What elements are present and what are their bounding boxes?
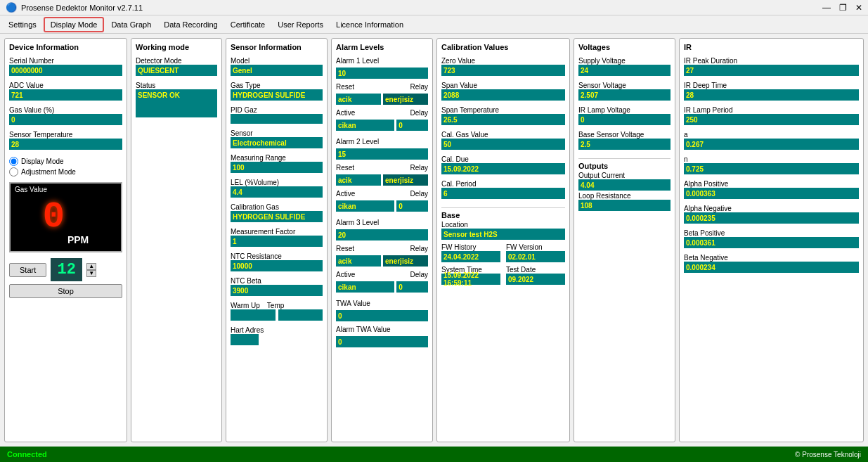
gas-type-value: HYDROGEN SULFIDE xyxy=(231,89,323,101)
cal-due-value: 15.09.2022 xyxy=(441,163,565,174)
alarm3-active-label: Active xyxy=(336,271,355,278)
sensor-temp-label: Sensor Temperature xyxy=(9,131,122,139)
model-label: Model xyxy=(231,57,323,65)
stop-button[interactable]: Stop xyxy=(9,284,122,298)
gas-value: 0 xyxy=(9,114,122,125)
span-value: 2088 xyxy=(441,89,565,101)
alarm2-label: Alarm 2 Level xyxy=(336,138,428,146)
menu-licence[interactable]: Licence Information xyxy=(330,17,409,32)
output-current-value: 4.04 xyxy=(578,179,671,191)
maximize-button[interactable]: ❐ xyxy=(839,3,847,13)
ir-lamp-period-label: IR Lamp Period xyxy=(684,106,859,114)
device-info-title: Device Information xyxy=(9,43,122,51)
menu-data-graph[interactable]: Data Graph xyxy=(105,17,157,32)
alarm2-relay-label: Relay xyxy=(410,164,428,172)
minimize-button[interactable]: — xyxy=(822,3,831,13)
supply-voltage-label: Supply Voltage xyxy=(578,57,671,65)
alarm1-label: Alarm 1 Level xyxy=(336,57,428,65)
ir-panel: IR IR Peak Duration 27 IR Deep Time 28 I… xyxy=(679,38,864,442)
alarm3-label: Alarm 3 Level xyxy=(336,219,428,226)
connected-status: Connected xyxy=(7,450,47,458)
device-info-panel: Device Information Serial Number 0000000… xyxy=(4,38,127,442)
alarm1-delay-value: 0 xyxy=(396,120,428,131)
ir-peak-label: IR Peak Duration xyxy=(684,57,859,65)
alpha-negative-value: 0.000235 xyxy=(684,212,859,224)
alarm1-value: 10 xyxy=(336,68,428,79)
title-bar: 🔵 Prosense Dedektor Monitor v2.7.11 — ❐ … xyxy=(0,0,868,15)
alarm-levels-panel: Alarm Levels Alarm 1 Level 10 Reset Rela… xyxy=(331,38,433,442)
alarm1-reset-value: acik xyxy=(336,94,381,105)
alarm3-relay-value: enerjisiz xyxy=(383,255,428,267)
display-mode-radio[interactable]: Display Mode xyxy=(9,157,122,166)
ir-lamp-period-value: 250 xyxy=(684,114,859,125)
alarm1-relay-label: Relay xyxy=(410,83,428,91)
menu-data-recording[interactable]: Data Recording xyxy=(158,17,223,32)
start-button[interactable]: Start xyxy=(9,263,46,277)
alarm2-active-label: Active xyxy=(336,190,355,198)
detector-mode-value: QUIESCENT xyxy=(136,65,217,76)
outputs-title: Outputs xyxy=(578,162,671,170)
span-temp-label: Span Temperature xyxy=(441,106,565,114)
menu-user-reports[interactable]: User Reports xyxy=(272,17,329,32)
gas-display-number: 0 xyxy=(43,199,65,236)
gas-display: Gas Value 0 PPM xyxy=(9,182,122,252)
spinner-control[interactable]: ▲ ▼ xyxy=(86,263,96,277)
spin-down-button[interactable]: ▼ xyxy=(86,270,96,277)
alpha-negative-label: Alpha Negative xyxy=(684,205,859,212)
zero-value: 723 xyxy=(441,65,565,76)
lel-value: 4.4 xyxy=(231,186,323,198)
base-sensor-voltage-value: 2.5 xyxy=(578,139,671,150)
alarm2-reset-value: acik xyxy=(336,174,381,186)
supply-voltage-value: 24 xyxy=(578,65,671,76)
status-bar: Connected © Prosense Teknoloji xyxy=(0,447,868,462)
beta-negative-label: Beta Negative xyxy=(684,254,859,262)
mode-radio-group: Display Mode Adjustment Mode xyxy=(9,157,122,177)
alarm-twa-value: 0 xyxy=(336,336,428,347)
brand-label: © Prosense Teknoloji xyxy=(795,451,861,458)
menu-certificate[interactable]: Certificate xyxy=(225,17,271,32)
pid-gaz-label: PID Gaz xyxy=(231,106,323,114)
beta-positive-value: 0.000361 xyxy=(684,237,859,248)
fw-version-label: FW Version xyxy=(506,243,565,251)
a-label: a xyxy=(684,131,859,139)
adjustment-mode-radio[interactable]: Adjustment Mode xyxy=(9,167,122,177)
alarm2-value: 15 xyxy=(336,148,428,160)
fw-version-value: 02.02.01 xyxy=(506,251,565,262)
working-mode-title: Working mode xyxy=(136,43,217,51)
cal-gas-value: 50 xyxy=(441,139,565,150)
location-value: Sensor test H2S xyxy=(441,229,565,240)
menu-settings[interactable]: Settings xyxy=(3,17,42,32)
alarm2-relay-value: enerjisiz xyxy=(383,174,428,186)
beta-negative-value: 0.000234 xyxy=(684,262,859,273)
beta-positive-label: Beta Positive xyxy=(684,229,859,237)
loop-resistance-value: 108 xyxy=(578,200,671,211)
close-button[interactable]: ✕ xyxy=(855,3,862,13)
ntc-resistance-value: 10000 xyxy=(231,260,323,271)
ir-peak-value: 27 xyxy=(684,65,859,76)
serial-number-value: 00000000 xyxy=(9,65,122,76)
location-label: Location xyxy=(441,221,565,229)
adc-label: ADC Value xyxy=(9,82,122,89)
alpha-positive-label: Alpha Positive xyxy=(684,180,859,188)
sensor-label: Sensor xyxy=(231,129,323,137)
measuring-range-value: 100 xyxy=(231,162,323,173)
calibration-panel: Calibration Values Zero Value 723 Span V… xyxy=(436,38,570,442)
twa-value: 0 xyxy=(336,310,428,321)
zero-label: Zero Value xyxy=(441,57,565,65)
alarm1-delay-label: Delay xyxy=(410,109,428,117)
alarm2-delay-value: 0 xyxy=(396,200,428,212)
alarm3-reset-label: Reset xyxy=(336,245,354,252)
menu-display-mode[interactable]: Display Mode xyxy=(44,17,105,32)
start-stop-controls: Start 12 ▲ ▼ Stop xyxy=(9,258,122,298)
spin-up-button[interactable]: ▲ xyxy=(86,263,96,270)
ir-lamp-voltage-label: IR Lamp Voltage xyxy=(578,106,671,114)
system-time-value: 15.09.2022 16:59:11 xyxy=(441,274,500,285)
n-label: n xyxy=(684,155,859,163)
sensor-value: Electrochemical xyxy=(231,137,323,148)
gas-type-label: Gas Type xyxy=(231,82,323,89)
cal-period-value: 6 xyxy=(441,188,565,199)
test-date-label: Test Date xyxy=(506,266,565,274)
sensor-temp-value: 28 xyxy=(9,139,122,150)
ir-title: IR xyxy=(684,43,859,51)
cal-gas-label: Cal. Gas Value xyxy=(441,131,565,139)
